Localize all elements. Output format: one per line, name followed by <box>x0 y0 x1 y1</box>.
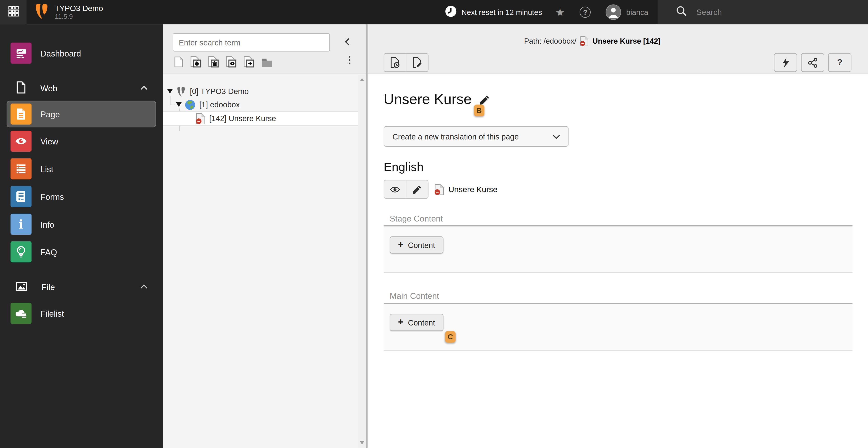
add-content-button-stage[interactable]: + Content <box>390 236 443 254</box>
search-icon <box>676 5 687 19</box>
page-title: Unsere Kurse <box>383 91 471 107</box>
page-outline-icon <box>16 81 27 95</box>
sidebar-section-label: File <box>41 282 55 292</box>
column-main-content: + Content <box>383 303 852 351</box>
sidebar-item-info[interactable]: i Info <box>0 211 163 238</box>
page-hidden-icon <box>196 113 206 124</box>
sidebar-item-filelist[interactable]: Filelist <box>0 299 163 327</box>
topbar-spacer <box>110 0 439 24</box>
user-menu-button[interactable]: bianca <box>598 0 657 24</box>
chevron-up-icon <box>141 284 147 291</box>
edit-title-button[interactable] <box>479 94 490 105</box>
search-input[interactable] <box>695 7 845 17</box>
page-tree-toolbar <box>163 24 366 74</box>
panel-splitter[interactable] <box>366 24 368 448</box>
docheader: Path: /edoobox/ Unsere Kurse [142] <box>368 24 868 74</box>
page-layout-content: Unsere Kurse B C Create a new translatio… <box>368 74 868 351</box>
add-content-button-main[interactable]: + Content <box>390 314 443 331</box>
question-icon: ? <box>837 58 842 68</box>
scroll-up-icon[interactable] <box>360 78 364 82</box>
sidebar-section-label: Web <box>40 84 57 93</box>
sidebar-item-label: List <box>40 164 53 173</box>
context-help-button[interactable]: ? <box>828 53 851 72</box>
tree-scrollbar[interactable] <box>358 75 366 448</box>
sidebar-item-forms[interactable]: Forms <box>0 183 163 210</box>
tree-node-edoobox[interactable]: [1] edoobox <box>163 98 366 111</box>
globe-icon <box>185 99 195 110</box>
tree-node-root[interactable]: [0] TYPO3 Demo <box>163 85 366 98</box>
column-title-main: Main Content <box>383 292 852 300</box>
new-backend-section-page-icon[interactable] <box>190 56 201 67</box>
page-record-row: Unsere Kurse <box>383 180 852 199</box>
sidebar-item-dashboard[interactable]: Dashboard <box>0 39 163 67</box>
system-reset-notice[interactable]: Next reset in 12 minutes <box>439 0 548 24</box>
sidebar-item-label: Filelist <box>40 309 64 318</box>
sidebar-item-faq[interactable]: FAQ <box>0 238 163 265</box>
add-content-label: Content <box>408 318 435 327</box>
sidebar-item-view[interactable]: View <box>0 127 163 155</box>
sidebar-item-list[interactable]: List <box>0 155 163 183</box>
chevron-up-icon <box>141 85 147 92</box>
clear-cache-button[interactable] <box>774 53 797 72</box>
path-prefix: Path: /edoobox/ <box>524 37 577 45</box>
product-version: 11.5.9 <box>55 13 103 20</box>
module-menu-toggle-button[interactable] <box>0 0 27 24</box>
edit-page-properties-button[interactable] <box>406 53 428 72</box>
lightbulb-icon <box>11 242 32 262</box>
page-icon <box>11 103 32 125</box>
share-button[interactable] <box>801 53 825 72</box>
sidebar-section-web[interactable]: Web <box>0 75 163 101</box>
lightning-icon <box>781 57 790 68</box>
expand-toggle-icon[interactable] <box>167 89 173 94</box>
clock-icon <box>445 5 456 19</box>
dashboard-icon <box>11 43 32 64</box>
new-page-icon[interactable] <box>174 57 183 68</box>
view-page-button[interactable] <box>383 180 406 199</box>
pencil-icon <box>412 185 422 194</box>
annotation-badge-b: B <box>474 105 485 116</box>
chevron-down-icon <box>553 132 560 139</box>
expand-toggle-icon[interactable] <box>176 102 182 107</box>
edit-content-button[interactable] <box>406 180 428 199</box>
collapse-tree-button[interactable] <box>344 38 352 46</box>
help-icon: ? <box>580 6 591 18</box>
sidebar-item-label: Page <box>40 109 60 119</box>
new-folder-icon[interactable] <box>261 58 272 68</box>
record-title: Unsere Kurse [142] <box>592 37 660 45</box>
column-title-stage: Stage Content <box>383 214 852 223</box>
bookmarks-button[interactable]: ★ <box>548 0 572 24</box>
page-tree: [0] TYPO3 Demo [1] edoobox <box>163 74 366 126</box>
tree-options-menu-button[interactable] <box>348 56 350 64</box>
new-mount-point-page-icon[interactable] <box>226 56 237 67</box>
main-module: Path: /edoobox/ Unsere Kurse [142] <box>368 24 868 448</box>
typo3-logo <box>34 2 49 22</box>
sidebar-section-file[interactable]: File <box>0 274 163 299</box>
list-icon <box>11 158 32 179</box>
topbar-search[interactable] <box>657 0 868 24</box>
help-menu-button[interactable]: ? <box>572 0 598 24</box>
page-history-button[interactable] <box>383 53 406 72</box>
column-stage-content: + Content <box>383 225 852 273</box>
tree-node-label: [142] Unsere Kurse <box>209 114 276 123</box>
module-menu: Dashboard Web <box>0 24 163 448</box>
plus-icon: + <box>398 317 403 327</box>
create-translation-dropdown[interactable]: Create a new translation of this page <box>383 126 568 147</box>
scroll-down-icon[interactable] <box>360 442 364 445</box>
sidebar-item-page[interactable]: Page <box>7 101 156 127</box>
brand: TYPO3 Demo 11.5.9 <box>27 0 110 24</box>
tree-search-input[interactable] <box>173 33 330 52</box>
cloud-list-icon <box>11 303 32 324</box>
tree-node-unsere-kurse[interactable]: [142] Unsere Kurse <box>163 111 358 126</box>
breadcrumb: Path: /edoobox/ Unsere Kurse [142] <box>342 36 842 46</box>
chevron-left-icon <box>345 38 352 45</box>
language-heading: English <box>383 159 852 175</box>
create-translation-label: Create a new translation of this page <box>393 132 519 141</box>
topbar: TYPO3 Demo 11.5.9 Next reset in 12 minut… <box>0 0 868 24</box>
page-title-row: Unsere Kurse <box>383 91 852 107</box>
new-shortcut-page-icon[interactable] <box>244 56 254 67</box>
annotation-badge-c: C <box>445 331 456 343</box>
new-recycler-page-icon[interactable] <box>208 56 219 67</box>
image-outline-icon <box>16 280 28 294</box>
typo3-backend: TYPO3 Demo 11.5.9 Next reset in 12 minut… <box>0 0 868 448</box>
eye-icon <box>11 131 32 152</box>
